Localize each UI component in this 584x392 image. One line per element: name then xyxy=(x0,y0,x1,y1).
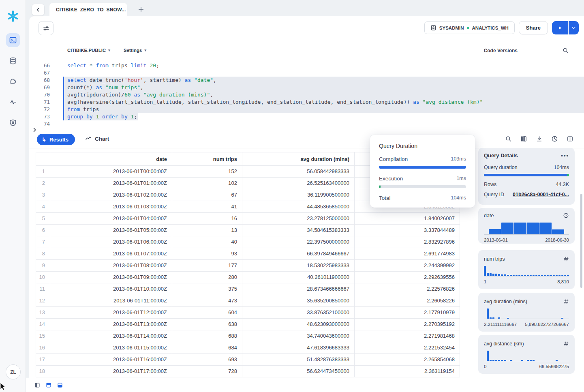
table-cell[interactable]: 2.832927896 xyxy=(355,236,460,248)
table-cell[interactable]: 2013-06-01T05:00:00Z xyxy=(50,225,172,236)
table-cell[interactable]: 2013-06-01T04:00:00Z xyxy=(50,213,172,225)
table-cell[interactable]: 2013-06-01T07:00:00Z xyxy=(50,248,172,260)
sidebar-item-activity[interactable] xyxy=(6,95,20,109)
table-cell[interactable]: 1 xyxy=(36,166,50,178)
table-cell[interactable]: 6 xyxy=(36,225,50,236)
code-line[interactable]: 69count(*) as "num trips", xyxy=(29,84,584,91)
table-cell[interactable]: 44.485365850000 xyxy=(242,201,355,213)
table-row[interactable]: 102013-06-01T09:00:00Z28040.261011900000… xyxy=(36,272,460,283)
table-cell[interactable]: 5 xyxy=(36,213,50,225)
table-row[interactable]: 62013-06-01T05:00:00Z1334.5846153833333.… xyxy=(36,225,460,236)
table-cell[interactable]: 2 xyxy=(36,178,50,189)
table-cell[interactable]: 22.397500000000 xyxy=(242,236,355,248)
tab-results[interactable]: ↳ Results xyxy=(37,134,75,145)
ellipsis-icon[interactable]: ••• xyxy=(561,154,569,157)
table-cell[interactable]: 28.673466666667 xyxy=(242,283,355,295)
table-cell[interactable]: 8 xyxy=(36,248,50,260)
table-cell[interactable]: 688 xyxy=(172,330,242,342)
panel-left-icon[interactable] xyxy=(34,382,40,388)
panel-bottom-icon[interactable] xyxy=(57,382,63,388)
panel-top-icon[interactable] xyxy=(46,382,51,388)
editor-search-button[interactable] xyxy=(562,47,569,54)
database-schema-selector[interactable]: CITIBIKE.PUBLIC▾ xyxy=(67,48,110,53)
table-cell[interactable]: 2013-06-01T14:00:00Z xyxy=(50,330,172,342)
code-line[interactable]: 67 xyxy=(29,69,584,77)
column-header[interactable]: num trips xyxy=(172,152,242,166)
table-cell[interactable]: 177 xyxy=(172,260,242,272)
table-cell[interactable]: 2013-06-01T10:00:00Z xyxy=(50,283,172,295)
table-cell[interactable]: 3 xyxy=(36,189,50,201)
scrollbar-thumb[interactable] xyxy=(580,194,582,288)
code-line[interactable]: 70avg(tripduration)/60 as "avg duration … xyxy=(29,91,584,99)
table-cell[interactable]: 473 xyxy=(172,295,242,307)
search-results-button[interactable] xyxy=(505,135,512,142)
table-cell[interactable]: 2013-06-01T09:00:00Z xyxy=(50,272,172,283)
table-cell[interactable]: 18.530225983333 xyxy=(242,260,355,272)
table-cell[interactable]: 2.177910979 xyxy=(355,307,460,319)
sidebar-item-worksheets[interactable] xyxy=(6,33,20,47)
sql-editor[interactable]: 66select * from trips limit 20;6768selec… xyxy=(29,62,584,130)
new-tab-button[interactable] xyxy=(135,4,147,15)
table-cell[interactable]: 604 xyxy=(172,307,242,319)
sidebar-item-databases[interactable] xyxy=(6,54,20,68)
table-row[interactable]: 122013-06-01T11:00:00Z47335.635200850000… xyxy=(36,295,460,307)
table-cell[interactable]: 14 xyxy=(36,319,50,330)
table-row[interactable]: 182013-06-01T17:00:00Z72856.624473450000… xyxy=(36,366,460,377)
table-cell[interactable]: 23.278125000000 xyxy=(242,213,355,225)
table-cell[interactable]: 26.525163400000 xyxy=(242,178,355,189)
sidebar-item-admin[interactable] xyxy=(6,116,20,130)
table-cell[interactable]: 2013-06-01T03:00:00Z xyxy=(50,201,172,213)
table-cell[interactable]: 2013-06-01T13:00:00Z xyxy=(50,319,172,330)
table-cell[interactable]: 2013-06-01T01:00:00Z xyxy=(50,178,172,189)
table-row[interactable]: 132013-06-01T12:00:00Z60433.876352100000… xyxy=(36,307,460,319)
table-cell[interactable]: 36.119900500000 xyxy=(242,189,355,201)
filters-button[interactable] xyxy=(39,21,53,35)
table-cell[interactable]: 2.270395192 xyxy=(355,319,460,330)
table-cell[interactable]: 51.482876383333 xyxy=(242,354,355,366)
query-id-link[interactable]: 01b26c8a-0001-41cf-0... xyxy=(513,192,569,197)
table-cell[interactable]: 56.058442983333 xyxy=(242,166,355,178)
table-cell[interactable]: 2013-06-01T17:00:00Z xyxy=(50,366,172,377)
stat-card-num-trips[interactable]: num trips 18,810 xyxy=(478,250,575,289)
sidebar-item-data-cloud[interactable] xyxy=(6,75,20,88)
code-line[interactable]: 66select * from trips limit 20; xyxy=(29,62,584,69)
table-cell[interactable]: 2013-06-01T15:00:00Z xyxy=(50,342,172,354)
table-cell[interactable]: 2013-06-01T00:00:00Z xyxy=(50,166,172,178)
tab-chart[interactable]: Chart xyxy=(85,135,109,142)
stat-card-date[interactable]: date 2013-06-012018-06-30 xyxy=(478,208,575,244)
table-row[interactable]: 92013-06-01T08:00:00Z17718.5302259833332… xyxy=(36,260,460,272)
table-cell[interactable]: 9 xyxy=(36,260,50,272)
table-cell[interactable]: 15 xyxy=(36,330,50,342)
table-cell[interactable]: 4 xyxy=(36,201,50,213)
stat-card-avg-distance[interactable]: avg distance (km) 066.556682275 xyxy=(478,335,575,374)
table-cell[interactable]: 2.221532454 xyxy=(355,342,460,354)
query-history-button[interactable] xyxy=(551,135,558,142)
worksheet-tab[interactable]: CITIBIKE_ZERO_TO_SNOW... xyxy=(49,3,127,16)
download-button[interactable] xyxy=(536,135,543,142)
table-cell[interactable]: 66.397849466667 xyxy=(242,248,355,260)
columns-button[interactable] xyxy=(520,135,527,142)
table-cell[interactable]: 3.337844489 xyxy=(355,225,460,236)
table-cell[interactable]: 375 xyxy=(172,283,242,295)
column-header[interactable]: date xyxy=(50,152,172,166)
collapse-results-chevron[interactable] xyxy=(32,127,38,133)
code-versions-link[interactable]: Code Versions xyxy=(484,48,518,54)
code-line[interactable]: 71avg(haversine(start_station_latitude, … xyxy=(29,99,584,106)
table-cell[interactable]: 152 xyxy=(172,166,242,178)
table-cell[interactable]: 13 xyxy=(36,307,50,319)
stat-card-avg-duration[interactable]: avg duration (mins) 2.2111111166675,898.… xyxy=(478,293,575,332)
code-line[interactable]: 68select date_trunc('hour', starttime) a… xyxy=(29,77,584,84)
snowflake-logo[interactable] xyxy=(5,9,21,24)
table-cell[interactable]: 2.22576826 xyxy=(355,283,460,295)
code-line[interactable]: 73group by 1 order by 1; xyxy=(29,113,584,120)
share-button[interactable]: Share xyxy=(519,21,548,34)
table-cell[interactable]: 48.623093000000 xyxy=(242,319,355,330)
table-row[interactable]: 162013-06-01T15:00:00Z68447.618396683333… xyxy=(36,342,460,354)
table-cell[interactable]: 693 xyxy=(172,354,242,366)
table-cell[interactable]: 2013-06-01T08:00:00Z xyxy=(50,260,172,272)
table-cell[interactable]: 2013-06-01T02:00:00Z xyxy=(50,189,172,201)
table-cell[interactable]: 18 xyxy=(36,366,50,377)
table-cell[interactable]: 40.261011900000 xyxy=(242,272,355,283)
code-line[interactable]: 74 xyxy=(29,120,584,128)
table-cell[interactable]: 40 xyxy=(172,236,242,248)
